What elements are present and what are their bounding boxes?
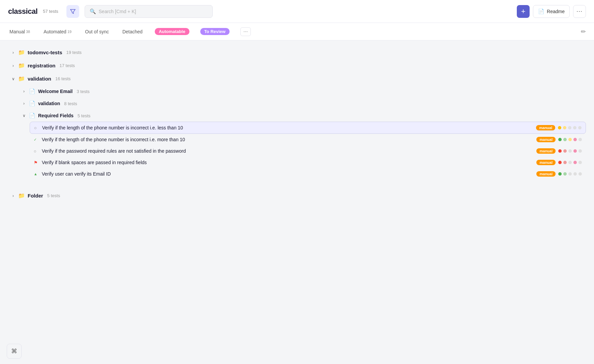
subfolder-count: 3 tests [77, 89, 89, 94]
readme-label: Readme [547, 9, 565, 14]
chevron-right-icon: › [11, 193, 16, 198]
dot [558, 161, 562, 164]
filter-icon [70, 9, 76, 14]
header-right: + 📄 Readme ··· [517, 5, 586, 18]
tab-more[interactable]: ··· [240, 27, 251, 36]
tab-automated[interactable]: Automated19 [42, 23, 73, 40]
folder-count: 17 tests [60, 63, 75, 68]
chevron-right-icon: › [22, 89, 26, 94]
dot [573, 149, 577, 153]
dot [578, 149, 582, 153]
subfolder-validation[interactable]: › 📄 validation 8 tests [19, 97, 586, 110]
table-row[interactable]: ⚑ Verify if blank spaces are passed in r… [30, 157, 586, 168]
dot [558, 172, 562, 176]
add-button[interactable]: + [517, 5, 530, 18]
dot [563, 149, 567, 153]
tests-count: 57 tests [43, 9, 58, 14]
subfolder-name: validation [38, 101, 60, 106]
status-icon: ▲ [34, 172, 39, 176]
folder-name: Folder [28, 193, 43, 199]
table-row[interactable]: ▲ Verify user can verify its Email ID ma… [30, 168, 586, 180]
folder-icon: 📁 [18, 49, 25, 56]
chevron-down-icon: ∨ [22, 113, 26, 118]
tab-out-of-sync[interactable]: Out of sync [84, 23, 110, 40]
run-dots [558, 149, 582, 153]
run-dots [558, 161, 582, 164]
tabs-bar: Manual38 Automated19 Out of sync Detache… [0, 23, 594, 40]
dot [568, 138, 572, 141]
chevron-right-icon: › [22, 101, 26, 106]
folder-icon: 📁 [18, 62, 25, 69]
edit-icon[interactable]: ✏ [581, 28, 586, 35]
folder-folder[interactable]: › 📁 Folder 5 tests [8, 189, 586, 202]
folder-todomvc-tests[interactable]: › 📁 todomvc-tests 19 tests [8, 46, 586, 59]
filter-button[interactable] [66, 5, 79, 18]
test-name: Verify if blank spaces are passed in req… [42, 160, 534, 165]
badge-manual: manual [536, 137, 556, 142]
more-button[interactable]: ··· [573, 5, 586, 18]
dot [563, 161, 567, 164]
dot [563, 126, 566, 129]
subfolder-welcome-email[interactable]: › 📄 Welcome Email 3 tests [19, 85, 586, 97]
table-row[interactable]: ✓ Verify if the length of the phone numb… [30, 134, 586, 145]
test-list: ○ Verify if the length of the phone numb… [30, 122, 586, 180]
search-icon: 🔍 [90, 8, 96, 14]
chevron-right-icon: › [11, 50, 16, 55]
table-row[interactable]: ○ Verify if the length of the phone numb… [30, 122, 586, 134]
status-icon: ○ [34, 149, 39, 154]
test-name: Verify user can verify its Email ID [42, 171, 534, 177]
file-icon: 📄 [29, 88, 35, 94]
dot [558, 138, 562, 141]
run-dots [558, 138, 582, 141]
file-icon: 📄 [29, 113, 35, 119]
dot [568, 149, 572, 153]
dot [573, 172, 577, 176]
folder-name: registration [28, 63, 56, 68]
main-content: › 📁 todomvc-tests 19 tests › 📁 registrat… [0, 40, 594, 208]
chevron-down-icon: ∨ [11, 77, 16, 81]
dot [573, 138, 577, 141]
run-dots [558, 172, 582, 176]
tabs-right: ✏ [581, 28, 586, 35]
dot [563, 172, 567, 176]
folder-count: 19 tests [66, 50, 82, 55]
search-placeholder: Search [Cmd + K] [99, 9, 136, 14]
folder-validation[interactable]: ∨ 📁 validation 16 tests [8, 72, 586, 85]
folder-icon: 📁 [18, 192, 25, 199]
tab-manual[interactable]: Manual38 [8, 23, 31, 40]
dot [563, 138, 567, 141]
tab-detached[interactable]: Detached [121, 23, 144, 40]
app-header: classical 57 tests 🔍 Search [Cmd + K] + … [0, 0, 594, 23]
status-icon: ✓ [34, 138, 39, 142]
folder-count: 5 tests [47, 193, 60, 198]
search-box[interactable]: 🔍 Search [Cmd + K] [85, 5, 213, 18]
subfolder-name: Required Fields [38, 113, 73, 118]
folder-name: todomvc-tests [28, 50, 62, 55]
readme-button[interactable]: 📄 Readme [533, 5, 570, 18]
subfolder-count: 5 tests [78, 113, 90, 118]
folder-count: 16 tests [55, 76, 71, 81]
table-row[interactable]: ○ Verify if the password required rules … [30, 145, 586, 157]
tab-to-review[interactable]: To Review [200, 28, 230, 35]
app-logo: classical [8, 7, 37, 16]
dot [578, 126, 582, 129]
tab-automatable[interactable]: Automatable [155, 28, 189, 35]
badge-manual: manual [536, 160, 556, 165]
dot [568, 126, 571, 129]
subfolder-count: 8 tests [64, 101, 77, 106]
dot [568, 172, 572, 176]
badge-manual: manual [536, 171, 556, 177]
dot [578, 138, 582, 141]
folder-name: validation [28, 76, 51, 82]
readme-icon: 📄 [538, 8, 544, 14]
file-icon: 📄 [29, 100, 35, 107]
dot [558, 149, 562, 153]
dot [573, 161, 577, 164]
subfolder-name: Welcome Email [38, 89, 72, 94]
badge-manual: manual [536, 148, 556, 154]
dot [568, 161, 572, 164]
dot [573, 126, 576, 129]
folder-registration[interactable]: › 📁 registration 17 tests [8, 59, 586, 72]
test-name: Verify if the length of the phone number… [42, 137, 534, 142]
subfolder-required-fields[interactable]: ∨ 📄 Required Fields 5 tests [19, 110, 586, 122]
